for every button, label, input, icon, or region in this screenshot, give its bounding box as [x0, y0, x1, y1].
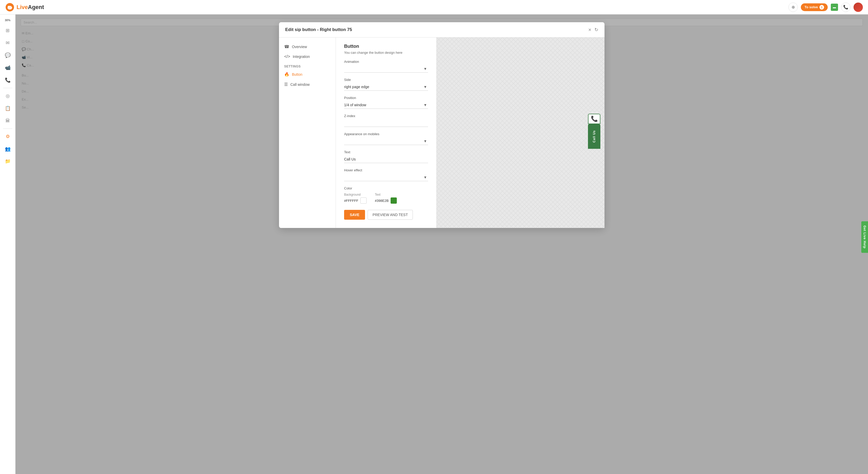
sidebar-item-video[interactable]: 📹: [2, 62, 13, 73]
sidebar-item-departments[interactable]: 📁: [2, 156, 13, 167]
zindex-input[interactable]: [344, 119, 428, 127]
navbar-right: ⊕ To solve 1 ▬ 📞: [788, 3, 863, 12]
animation-select-wrapper: ▼: [344, 65, 428, 72]
animation-field: Animation ▼: [344, 60, 428, 72]
logo-icon: [5, 3, 14, 12]
get-live-help-button[interactable]: Get Live Help: [861, 221, 868, 253]
background-color-item: Background #FFFFFF: [344, 193, 367, 204]
preview-test-button[interactable]: PREVIEW AND TEST: [368, 210, 413, 220]
hover-select-wrapper: ▼: [344, 174, 428, 181]
add-button[interactable]: ⊕: [788, 3, 798, 12]
color-section-title: Color: [344, 186, 428, 190]
svg-point-2: [8, 6, 9, 7]
hover-label: Hover effect: [344, 168, 428, 172]
preview-phone-icon: 📞: [591, 116, 598, 122]
nav-item-integration[interactable]: </> Integration: [279, 52, 336, 61]
background-color-label: Background: [344, 193, 367, 197]
background-color-swatch[interactable]: [361, 198, 367, 204]
sidebar-item-dashboard[interactable]: ⊞: [2, 25, 13, 36]
modal-title: Edit sip button - Right button 75: [285, 27, 352, 32]
preview-call-button: 📞 Call Us: [588, 114, 600, 149]
nav-item-overview[interactable]: ☎ Overview: [279, 41, 336, 52]
position-label: Position: [344, 96, 428, 100]
position-field: Position 1/4 of window 1/2 of window 3/4…: [344, 96, 428, 109]
text-label: Text: [344, 150, 428, 154]
modal-nav: ☎ Overview </> Integration Settings 🔥 Bu…: [279, 37, 336, 228]
text-color-swatch[interactable]: [391, 198, 397, 204]
to-solve-button[interactable]: To solve 1: [801, 3, 828, 11]
form-section-title: Button: [344, 44, 428, 49]
sidebar-item-analytics[interactable]: ◎: [2, 90, 13, 101]
side-select-wrapper: right page edge left page edge ▼: [344, 83, 428, 91]
save-button[interactable]: SAVE: [344, 210, 365, 220]
sidebar-item-tasks[interactable]: 📋: [2, 102, 13, 114]
phone-button[interactable]: 📞: [841, 3, 850, 12]
preview-call-text: Call Us: [592, 130, 596, 143]
sidebar: 30% ⊞ ✉ 💬 📹 📞 ◎ 📋 🏛 ⚙ 👥 📁: [0, 14, 16, 474]
modal-overlay: Edit sip button - Right button 75 × ↻ ☎ …: [16, 14, 868, 474]
text-color-label: Text: [375, 193, 397, 197]
appearance-select-wrapper: ▼: [344, 138, 428, 145]
modal-header-right: × ↻: [588, 27, 598, 33]
nav-button-label: Button: [292, 72, 302, 77]
zindex-field: Z-index: [344, 114, 428, 127]
sidebar-item-archive[interactable]: 🏛: [2, 115, 13, 126]
modal-header: Edit sip button - Right button 75 × ↻: [279, 22, 604, 37]
nav-item-button[interactable]: 🔥 Button: [279, 69, 336, 79]
form-subtitle: You can change the button design here: [344, 51, 428, 55]
preview-call-icon-box: 📞: [588, 114, 600, 124]
to-solve-label: To solve: [804, 5, 818, 9]
status-green-button[interactable]: ▬: [831, 4, 838, 11]
nav-call-window-label: Call window: [290, 83, 310, 87]
integration-icon: </>: [284, 54, 290, 59]
position-select-wrapper: 1/4 of window 1/2 of window 3/4 of windo…: [344, 101, 428, 109]
position-select[interactable]: 1/4 of window 1/2 of window 3/4 of windo…: [344, 101, 428, 109]
side-select[interactable]: right page edge left page edge: [344, 83, 428, 90]
overview-icon: ☎: [284, 44, 289, 49]
zindex-label: Z-index: [344, 114, 428, 118]
side-label: Side: [344, 78, 428, 82]
sidebar-item-settings[interactable]: ⚙: [2, 131, 13, 142]
button-icon: 🔥: [284, 72, 289, 77]
text-input[interactable]: [344, 156, 428, 163]
sidebar-item-calls[interactable]: 📞: [2, 75, 13, 86]
background-hex: #FFFFFF: [344, 199, 358, 203]
sidebar-item-chat[interactable]: 💬: [2, 50, 13, 61]
nav-settings-section: Settings: [279, 61, 336, 69]
appearance-select[interactable]: [344, 138, 428, 145]
sidebar-divider-2: [3, 128, 12, 129]
hover-field: Hover effect ▼: [344, 168, 428, 181]
appearance-label: Appearance on mobiles: [344, 132, 428, 136]
sidebar-percent: 30%: [5, 19, 10, 22]
color-section: Color Background #FFFFFF Text: [344, 186, 428, 204]
to-solve-badge: 1: [819, 5, 824, 9]
animation-label: Animation: [344, 60, 428, 64]
navbar-left: LiveAgent: [5, 3, 44, 12]
text-color-value-row: #398E2B: [375, 198, 397, 204]
modal-refresh-icon[interactable]: ↻: [594, 27, 598, 33]
preview-call-text-box: Call Us: [588, 124, 600, 149]
text-hex: #398E2B: [375, 199, 389, 203]
form-actions: SAVE PREVIEW AND TEST: [344, 210, 428, 222]
logo-text: LiveAgent: [17, 4, 44, 10]
nav-item-call-window[interactable]: ☰ Call window: [279, 79, 336, 89]
sidebar-item-email[interactable]: ✉: [2, 37, 13, 49]
modal-close-button[interactable]: ×: [588, 27, 591, 32]
animation-select[interactable]: [344, 65, 428, 72]
text-field: Text: [344, 150, 428, 163]
hover-select[interactable]: [344, 174, 428, 181]
side-field: Side right page edge left page edge ▼: [344, 78, 428, 91]
text-color-item: Text #398E2B: [375, 193, 397, 204]
modal-body: ☎ Overview </> Integration Settings 🔥 Bu…: [279, 37, 604, 228]
avatar[interactable]: [854, 3, 863, 12]
nav-integration-label: Integration: [293, 55, 310, 59]
modal-form: Button You can change the button design …: [336, 37, 437, 228]
get-live-help-label: Get Live Help: [863, 226, 866, 248]
status-icon: ▬: [833, 5, 836, 9]
color-row: Background #FFFFFF Text #398E2B: [344, 193, 428, 204]
sidebar-item-agents[interactable]: 👥: [2, 143, 13, 154]
modal-preview: 📞 Call Us: [437, 37, 604, 228]
navbar: LiveAgent ⊕ To solve 1 ▬ 📞: [0, 0, 868, 14]
appearance-field: Appearance on mobiles ▼: [344, 132, 428, 145]
background-color-value-row: #FFFFFF: [344, 198, 367, 204]
